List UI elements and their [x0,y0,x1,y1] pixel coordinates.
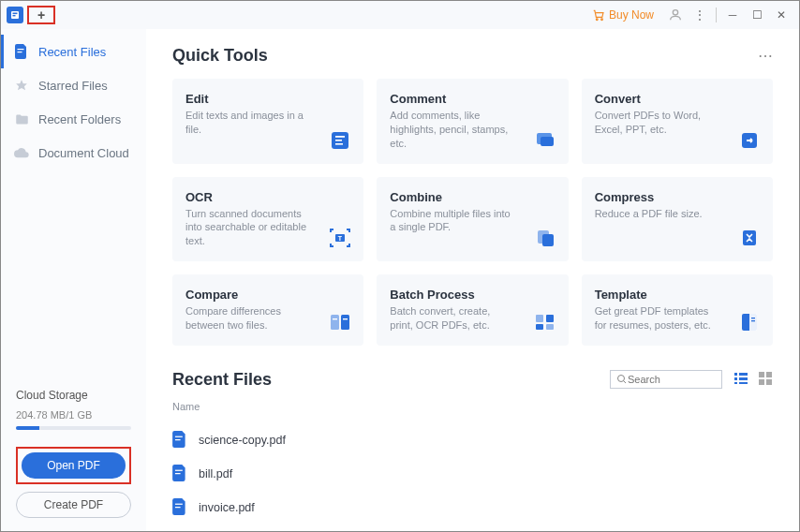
tool-card-batch[interactable]: Batch Process Batch convert, create, pri… [377,274,568,346]
file-row[interactable]: bill.pdf [172,457,773,491]
tool-card-compress[interactable]: Compress Reduce a PDF file size. [582,177,773,262]
file-name: invoice.pdf [199,501,255,514]
svg-rect-50 [175,507,181,508]
search-input[interactable] [628,374,712,385]
compare-icon [328,310,352,334]
buy-now-link[interactable]: Buy Now [592,8,654,22]
tool-desc: Compare differences between two files. [185,304,307,332]
minimize-icon[interactable]: ─ [720,4,745,26]
tool-card-ocr[interactable]: OCR Turn scanned documents into searchab… [172,177,363,262]
svg-rect-47 [175,469,183,470]
file-row[interactable]: invoice.pdf [172,491,773,525]
app-logo-icon[interactable] [7,7,23,23]
svg-rect-32 [751,320,755,321]
quick-tools-title: Quick Tools [172,46,268,66]
titlebar: + Buy Now ⋮ ─ ☐ ✕ [1,1,799,29]
svg-rect-42 [766,372,772,377]
menu-dots-icon[interactable]: ⋮ [688,4,712,26]
sidebar-item-starred-files[interactable]: Starred Files [1,68,146,102]
open-pdf-highlight: Open PDF [16,447,131,484]
buy-now-label: Buy Now [609,8,654,22]
svg-rect-37 [734,377,737,380]
comment-icon [533,128,557,153]
svg-rect-24 [343,318,348,319]
list-view-icon[interactable] [733,371,748,389]
convert-icon [737,128,762,153]
plus-icon[interactable]: + [35,8,48,22]
svg-rect-27 [536,324,543,330]
cloud-storage-bar [16,426,131,430]
svg-rect-39 [734,382,737,384]
tool-desc: Reduce a PDF file size. [595,207,717,221]
svg-rect-38 [739,377,748,380]
sidebar-item-recent-files[interactable]: Recent Files [1,35,146,68]
tool-desc: Turn scanned documents into searchable o… [185,207,307,249]
more-dots-icon[interactable]: ⋯ [758,47,773,65]
user-icon[interactable] [663,4,688,26]
svg-rect-41 [759,372,764,377]
view-toggle [733,371,773,389]
batch-icon [533,310,557,334]
svg-rect-23 [333,318,337,319]
tool-title: OCR [185,190,350,204]
svg-rect-10 [335,136,345,138]
svg-rect-35 [734,373,737,376]
tool-desc: Batch convert, create, print, OCR PDFs, … [390,304,511,332]
search-box[interactable] [610,370,722,389]
svg-rect-48 [175,473,181,474]
tool-desc: Edit texts and images in a file. [185,109,307,137]
tool-card-convert[interactable]: Convert Convert PDFs to Word, Excel, PPT… [582,79,773,164]
svg-rect-19 [542,234,554,246]
svg-rect-2 [13,15,16,16]
sidebar-label: Starred Files [38,79,108,93]
svg-rect-1 [13,13,18,15]
sidebar-item-recent-folders[interactable]: Recent Folders [1,102,146,136]
edit-icon [328,128,352,153]
close-icon[interactable]: ✕ [769,4,793,26]
svg-point-3 [596,19,598,21]
pdf-file-icon [172,498,189,517]
file-row[interactable]: science-copy.pdf [172,423,773,457]
create-pdf-button[interactable]: Create PDF [16,492,131,518]
svg-point-4 [601,19,603,21]
svg-rect-28 [546,324,554,330]
star-icon [14,78,29,93]
sidebar-item-document-cloud[interactable]: Document Cloud [1,136,146,170]
open-pdf-button[interactable]: Open PDF [22,452,126,479]
tool-title: Comment [390,92,555,106]
grid-view-icon[interactable] [758,371,773,389]
tool-desc: Combine multiple files into a single PDF… [390,207,511,235]
titlebar-divider [716,7,717,22]
file-name: bill.pdf [199,467,232,480]
tool-card-combine[interactable]: Combine Combine multiple files into a si… [377,177,568,262]
svg-rect-43 [759,379,764,385]
svg-line-34 [624,381,627,384]
svg-rect-22 [341,315,349,330]
svg-rect-36 [739,373,748,376]
svg-rect-26 [546,315,554,322]
tool-title: Compress [595,190,760,204]
svg-rect-30 [749,314,757,331]
content-area: Quick Tools ⋯ Edit Edit texts and images… [146,29,799,531]
tool-card-edit[interactable]: Edit Edit texts and images in a file. [172,79,363,164]
tool-card-comment[interactable]: Comment Add comments, like highlights, p… [377,79,568,164]
svg-rect-21 [331,315,339,330]
tool-card-template[interactable]: Template Get great PDF templates for res… [582,274,773,346]
tool-title: Compare [185,288,350,302]
svg-rect-14 [541,137,554,146]
file-name: science-copy.pdf [199,434,286,447]
template-icon [737,310,762,334]
cloud-icon [14,145,29,160]
svg-rect-7 [18,52,22,52]
svg-rect-25 [536,315,543,322]
tool-card-compare[interactable]: Compare Compare differences between two … [172,274,363,346]
svg-rect-40 [739,382,748,384]
tool-title: Convert [595,92,760,106]
maximize-icon[interactable]: ☐ [745,4,769,26]
svg-rect-46 [175,439,181,440]
sidebar-label: Recent Files [38,45,106,59]
tool-title: Batch Process [390,288,555,302]
tool-title: Template [595,288,760,302]
svg-rect-6 [18,49,24,50]
svg-point-5 [673,10,677,15]
